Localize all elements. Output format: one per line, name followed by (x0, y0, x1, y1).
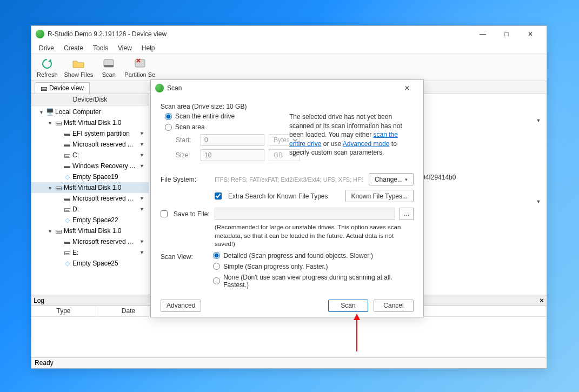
app-icon (155, 84, 164, 92)
tree-item[interactable]: ▬Windows Recovery ...▼ (31, 161, 149, 171)
tree-item[interactable]: ▬Microsoft reserved ...▼ (31, 139, 149, 150)
save-to-file-label: Save to File: (174, 210, 210, 218)
dialog-titlebar[interactable]: Scan ✕ (151, 80, 423, 96)
tree-item[interactable]: 🖴D:▼ (31, 204, 149, 215)
radio-scan-area-label: Scan area (175, 123, 205, 131)
extra-search-label: Extra Search for Known File Types (228, 192, 328, 200)
folder-open-icon (72, 57, 85, 70)
refresh-icon (41, 57, 54, 70)
tb-refresh[interactable]: Refresh (34, 55, 61, 80)
radio-scan-area[interactable] (165, 124, 172, 131)
tree-item[interactable]: ▾🖴Msft Virtual Disk 1.0 (31, 225, 149, 236)
tree-item[interactable]: 🖴C:▼ (31, 150, 149, 161)
tree-item[interactable]: ▬EFI system partition▼ (31, 128, 149, 139)
size-label: Size: (176, 151, 196, 159)
tb-partition-search[interactable]: Partition Se (121, 55, 158, 80)
tree-item[interactable]: 🖴E:▼ (31, 247, 149, 258)
dialog-body: Scan area (Drive size: 10 GB) Scan the e… (151, 96, 423, 295)
scan-area-label: Scan area (Drive size: 10 GB) (161, 103, 414, 110)
svg-marker-4 (354, 314, 360, 320)
tab-device-view[interactable]: 🖴Device view (35, 82, 90, 94)
window-title: R-Studio Demo 9.2.191126 - Device view (48, 30, 471, 38)
cancel-button[interactable]: Cancel (374, 300, 414, 312)
menu-create[interactable]: Create (59, 43, 88, 53)
menu-view[interactable]: View (114, 43, 136, 53)
svg-rect-1 (104, 65, 114, 67)
svg-rect-2 (135, 59, 145, 67)
advanced-button[interactable]: Advanced (161, 300, 201, 312)
tree-item[interactable]: ▬Microsoft reserved ...▼ (31, 193, 149, 204)
dialog-title: Scan (167, 84, 395, 92)
close-icon[interactable]: ✕ (539, 297, 544, 304)
start-input (201, 134, 264, 146)
radio-view-detailed[interactable] (213, 252, 220, 259)
radio-view-simple-label: Simple (Scan progress only. Faster.) (223, 263, 328, 270)
device-view-icon: 🖴 (41, 84, 47, 92)
radio-scan-entire[interactable] (165, 113, 172, 120)
scan-icon (102, 57, 115, 70)
annotation-arrow (351, 314, 362, 353)
radio-view-none-label: None (Don't use scan view progress durin… (223, 274, 414, 289)
menu-tools[interactable]: Tools (89, 43, 112, 53)
tb-show-files[interactable]: Show Files (61, 55, 97, 80)
tree-pane: Device/Disk ▾🖥️Local Computer▾🖴Msft Virt… (31, 94, 149, 295)
tree-header[interactable]: Device/Disk (31, 94, 149, 105)
file-system-label: File System: (161, 176, 209, 183)
tree-item[interactable]: ▾🖴Msft Virtual Disk 1.0 (31, 117, 149, 128)
scan-info-message: The selected drive has not yet been scan… (289, 112, 414, 157)
radio-view-none[interactable] (213, 277, 220, 284)
browse-button[interactable]: ... (400, 208, 414, 220)
minimize-button[interactable]: ― (471, 26, 495, 42)
tree-item[interactable]: ◇Empty Space25 (31, 258, 149, 269)
menu-drive[interactable]: Drive (35, 43, 58, 53)
tb-scan[interactable]: Scan (96, 55, 121, 80)
radio-view-simple[interactable] (213, 263, 220, 270)
file-system-list: ITFS; ReFS; FAT/exFAT; Ext2/Ext3/Ext4; U… (215, 176, 363, 183)
menu-help[interactable]: Help (137, 43, 159, 53)
extra-search-checkbox[interactable] (215, 192, 222, 200)
tree-item[interactable]: ▾🖴Msft Virtual Disk 1.0 (31, 182, 149, 193)
device-tree[interactable]: ▾🖥️Local Computer▾🖴Msft Virtual Disk 1.0… (31, 105, 149, 270)
tree-item[interactable]: ▬Microsoft reserved ...▼ (31, 236, 149, 247)
radio-view-detailed-label: Detailed (Scan progress and found object… (223, 252, 373, 260)
log-col-type[interactable]: Type (31, 306, 96, 316)
scan-view-label: Scan View: (161, 252, 213, 261)
statusbar: Ready (31, 357, 547, 368)
save-to-file-checkbox[interactable] (161, 210, 168, 217)
dialog-close-button[interactable]: ✕ (395, 80, 419, 96)
app-icon (36, 30, 44, 38)
link-advanced-mode[interactable]: Advanced mode (343, 140, 390, 148)
save-recommendation: (Recommended for large or unstable drive… (215, 223, 414, 249)
scan-button[interactable]: Scan (328, 300, 368, 312)
tree-item[interactable]: ▾🖥️Local Computer (31, 107, 149, 117)
start-label: Start: (176, 136, 196, 144)
log-body[interactable] (31, 317, 547, 357)
tree-item[interactable]: ◇Empty Space22 (31, 215, 149, 225)
maximize-button[interactable]: □ (495, 26, 518, 42)
save-path-input[interactable] (215, 208, 395, 220)
size-input (201, 149, 264, 161)
scan-dialog: Scan ✕ Scan area (Drive size: 10 GB) Sca… (150, 79, 424, 317)
tree-item[interactable]: ◇Empty Space19 (31, 171, 149, 182)
known-file-types-button[interactable]: Known File Types... (345, 190, 414, 202)
toolbar: Refresh Show Files Scan Partition Se (31, 54, 547, 81)
menubar: Drive Create Tools View Help (31, 42, 547, 54)
change-fs-button[interactable]: Change... (369, 173, 414, 185)
partition-search-icon (134, 57, 147, 70)
titlebar[interactable]: R-Studio Demo 9.2.191126 - Device view ―… (31, 26, 547, 42)
close-button[interactable]: ✕ (518, 26, 542, 42)
dialog-footer: Advanced Scan Cancel (151, 295, 423, 320)
radio-scan-entire-label: Scan the entire drive (175, 112, 235, 120)
